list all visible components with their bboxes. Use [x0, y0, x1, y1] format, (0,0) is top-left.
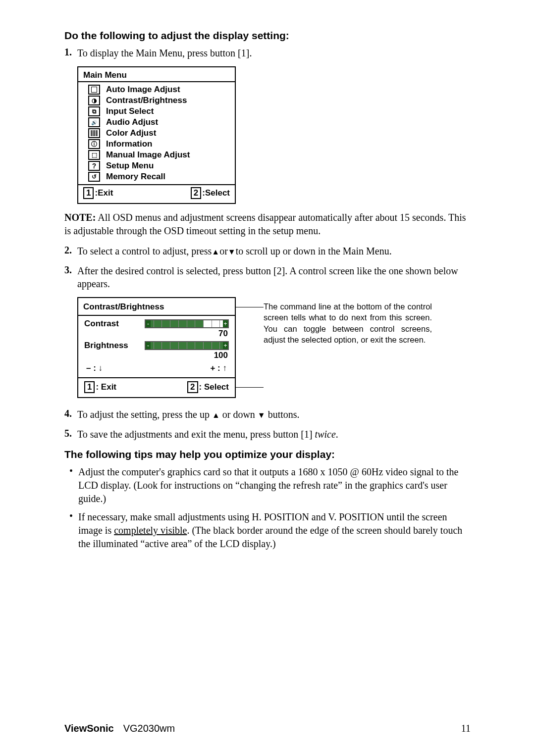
setup-menu-icon — [88, 161, 100, 171]
note-paragraph: NOTE: All OSD menus and adjustment scree… — [64, 211, 471, 238]
information-icon — [88, 139, 100, 149]
cb-minus-label: – : — [86, 363, 99, 373]
manual-image-icon — [88, 150, 100, 160]
bullet-icon: • — [69, 465, 78, 505]
cb-contrast-row: Contrast - + 70 — [84, 319, 229, 339]
osd-item: Manual Image Adjust — [78, 150, 235, 160]
step-5-num: 5. — [64, 428, 77, 441]
step-4-num: 4. — [64, 408, 77, 421]
osd-item: Input Select — [78, 106, 235, 117]
control-screen-contrast-brightness: Contrast/Brightness Contrast - + 70 Brig… — [77, 297, 236, 398]
cb-brightness-row: Brightness - + 100 — [84, 341, 229, 360]
key-2-icon: 2 — [187, 381, 198, 393]
osd-item-label: Color Adjust — [106, 128, 156, 138]
minus-icon: - — [146, 342, 151, 349]
osd-item-label: Input Select — [106, 106, 154, 116]
step-4-text: To adjust the setting, press the up ▲ or… — [77, 408, 471, 421]
cb-title: Contrast/Brightness — [78, 298, 235, 315]
osd-item: Audio Adjust — [78, 117, 235, 128]
key-1-icon: 1 — [83, 187, 94, 199]
heading-adjust: Do the following to adjust the display s… — [64, 30, 471, 42]
contrast-brightness-icon — [88, 96, 100, 105]
tip-2-text: If necessary, make small adjustments usi… — [78, 510, 471, 551]
heading-tips: The following tips may help you optimize… — [64, 449, 471, 460]
memory-recall-icon — [88, 172, 100, 182]
osd-item-label: Memory Recall — [106, 172, 165, 182]
cb-command-line: – : ↓ + : ↑ — [84, 362, 229, 374]
color-adjust-icon — [88, 128, 100, 138]
down-arrow-icon: ↓ — [99, 363, 103, 373]
osd-item: Setup Menu — [78, 160, 235, 171]
twice-emphasis: twice — [315, 429, 336, 440]
plus-icon: + — [223, 342, 228, 349]
osd-item: Contrast/Brightness — [78, 95, 235, 106]
up-arrow-icon: ↑ — [223, 363, 227, 373]
cb-contrast-label: Contrast — [84, 319, 134, 329]
osd-item: Memory Recall — [78, 171, 235, 182]
key-2-icon: 2 — [191, 187, 201, 199]
down-triangle-icon: ▼ — [258, 411, 266, 419]
step-2-text: To select a control to adjust, press▲or▼… — [77, 245, 471, 257]
input-select-icon — [88, 106, 100, 116]
cb-plus-label: + : — [210, 363, 222, 373]
step-1-num: 1. — [64, 47, 77, 59]
step-3: 3. After the desired control is selected… — [64, 264, 471, 290]
contrast-slider: - + — [145, 319, 229, 328]
note-label: NOTE: — [64, 212, 96, 223]
osd-item-label: Information — [106, 139, 153, 149]
up-triangle-icon: ▲ — [212, 248, 219, 256]
osd-main-menu: Main Menu Auto Image Adjust Contrast/Bri… — [77, 66, 236, 204]
brightness-slider: - + — [145, 341, 229, 350]
down-triangle-icon: ▼ — [228, 248, 236, 256]
osd-item-label: Contrast/Brightness — [106, 96, 187, 105]
osd-item-label: Audio Adjust — [106, 117, 158, 127]
cb-brightness-value: 100 — [84, 351, 228, 360]
plus-icon: + — [223, 320, 228, 327]
osd-item: Auto Image Adjust — [78, 84, 235, 95]
osd-footer: 1:Exit 2:Select — [78, 185, 235, 203]
cb-footer: 1: Exit 2: Select — [78, 378, 235, 397]
minus-icon: - — [146, 320, 151, 327]
cb-select-label: : Select — [199, 382, 229, 392]
osd-item-list: Auto Image Adjust Contrast/Brightness In… — [78, 81, 235, 185]
osd-item-label: Setup Menu — [106, 161, 154, 171]
completely-visible-underline: completely visible — [114, 525, 187, 536]
osd-item: Color Adjust — [78, 128, 235, 139]
step-2-num: 2. — [64, 245, 77, 257]
tip-2: • If necessary, make small adjustments u… — [69, 510, 471, 551]
step-3-text: After the desired control is selected, p… — [77, 264, 471, 290]
up-triangle-icon: ▲ — [212, 411, 220, 419]
step-3-num: 3. — [64, 264, 77, 290]
step-2-post: to scroll up or down in the Main Menu. — [236, 246, 392, 256]
step-1-text: To display the Main Menu, press button [… — [77, 47, 471, 59]
control-screen-caption: The command line at the bottom of the co… — [264, 301, 432, 345]
osd-select-label: :Select — [202, 188, 230, 198]
key-1-icon: 1 — [84, 381, 95, 393]
audio-adjust-icon — [88, 117, 100, 127]
step-5: 5. To save the adjustments and exit the … — [64, 428, 471, 441]
cb-brightness-label: Brightness — [84, 341, 134, 351]
step-2: 2. To select a control to adjust, press▲… — [64, 245, 471, 257]
cb-contrast-value: 70 — [84, 329, 228, 339]
tip-1-text: Adjust the computer's graphics card so t… — [78, 465, 471, 505]
step-5-text: To save the adjustments and exit the men… — [77, 428, 471, 441]
tip-1: • Adjust the computer's graphics card so… — [69, 465, 471, 505]
cb-exit-label: : Exit — [96, 382, 116, 392]
osd-title: Main Menu — [78, 67, 235, 81]
osd-item-label: Auto Image Adjust — [106, 85, 180, 95]
osd-item-label: Manual Image Adjust — [106, 150, 190, 160]
osd-item: Information — [78, 139, 235, 150]
step-2-mid: or — [219, 246, 228, 256]
bullet-icon: • — [69, 510, 78, 551]
auto-image-icon — [88, 85, 100, 95]
step-1: 1. To display the Main Menu, press butto… — [64, 47, 471, 59]
step-4: 4. To adjust the setting, press the up ▲… — [64, 408, 471, 421]
note-text: All OSD menus and adjustment screens dis… — [64, 212, 466, 236]
osd-exit-label: :Exit — [95, 188, 113, 198]
step-2-pre: To select a control to adjust, press — [77, 246, 212, 256]
